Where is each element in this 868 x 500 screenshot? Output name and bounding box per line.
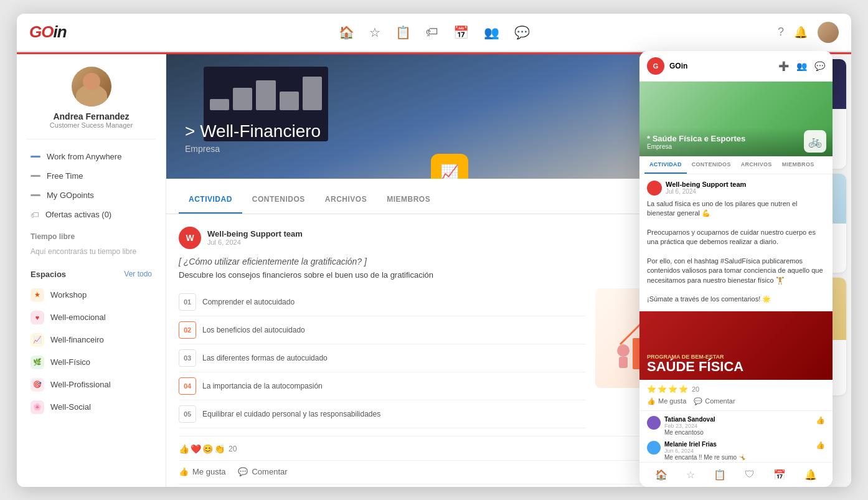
- emoji-clap: 👏: [214, 444, 225, 454]
- overlay-nav-star[interactable]: ☆: [686, 469, 695, 481]
- bell-icon[interactable]: 🔔: [794, 26, 808, 39]
- post-author-info: Well-being Support team Jul 6, 2024: [207, 229, 303, 246]
- tab-miembros[interactable]: MIEMBROS: [377, 186, 440, 214]
- overlay-tab-contenidos[interactable]: CONTENIDOS: [687, 156, 736, 174]
- overlay-tab-miembros[interactable]: MIEMBROS: [777, 156, 819, 174]
- overlay-comment-1: Tatiana Sandoval Feb 23, 2024 Me encanto…: [647, 416, 825, 436]
- overlay-nav-home[interactable]: 🏠: [655, 469, 668, 481]
- well-emocional-icon: ♥: [31, 311, 44, 324]
- sidebar-item-free-time[interactable]: Free Time: [27, 166, 156, 186]
- overlay-hero-empresa: Empresa: [647, 143, 825, 150]
- overlay-nav-calendar[interactable]: 📅: [773, 469, 786, 481]
- well-fisico-icon: 🌿: [31, 356, 44, 369]
- feed-hero-title: > Well-Financiero: [185, 121, 321, 141]
- help-icon[interactable]: ?: [778, 26, 784, 39]
- comment-icon: 💬: [238, 467, 248, 476]
- space-well-financeiro[interactable]: 📈 Well-financeiro: [27, 329, 156, 351]
- overlay-nav-shield[interactable]: 🛡: [745, 469, 755, 481]
- overlay-bottom-nav: 🏠 ☆ 📋 🛡 📅 🔔: [639, 462, 833, 487]
- space-well-social[interactable]: 🌸 Well-Social: [27, 396, 156, 418]
- profile-avatar: [72, 67, 111, 106]
- comment-label: Comentar: [252, 467, 287, 476]
- nav-tag-icon[interactable]: 🏷: [426, 25, 438, 40]
- overlay-banner-main: SAÚDE FÍSICA: [647, 360, 743, 374]
- workshop-icon: ★: [31, 288, 44, 302]
- space-well-fisico[interactable]: 🌿 Well-Físico: [27, 351, 156, 374]
- nav-people-icon[interactable]: 👥: [484, 25, 499, 40]
- overlay-reaction-row: ⭐ ⭐ ⭐ ⭐ 20: [647, 385, 825, 394]
- comment1-like-icon[interactable]: 👍: [816, 416, 825, 436]
- espacios-label: Espacios: [31, 270, 66, 279]
- overlay-action-row: 👍 Me gusta 💬 Comentar: [647, 397, 825, 405]
- ver-todo-link[interactable]: Ver todo: [124, 270, 152, 278]
- bar1: [210, 99, 229, 110]
- sidebar-item-gopoints[interactable]: My GOpoints: [27, 186, 156, 205]
- nav-dot-gray: [31, 175, 40, 177]
- sidebar-item-ofertas[interactable]: 🏷 Ofertas activas (0): [27, 205, 156, 225]
- comment1-body: Tatiana Sandoval Feb 23, 2024 Me encanto…: [664, 416, 812, 436]
- comment1-name: Tatiana Sandoval: [664, 416, 812, 423]
- overlay-banner-img: Programa de bem-estar SAÚDE FÍSICA: [639, 311, 833, 380]
- item-num-02: 02: [179, 321, 196, 339]
- overlay-comments: Tatiana Sandoval Feb 23, 2024 Me encanto…: [639, 411, 833, 462]
- nav-chat-icon[interactable]: 💬: [514, 25, 530, 40]
- list-item-1: 01 Comprender el autocuidado: [179, 288, 585, 316]
- list-item-5: 05 Equilibrar el cuidado personal y las …: [179, 400, 585, 428]
- like-action[interactable]: 👍 Me gusta: [179, 467, 225, 476]
- space-well-profissional[interactable]: 🎯 Well-Profissional: [27, 374, 156, 396]
- comment2-like-icon[interactable]: 👍: [816, 441, 825, 462]
- hero-prefix: >: [185, 121, 200, 141]
- sidebar-item-work-from-anywhere[interactable]: Work from Anywhere: [27, 147, 156, 166]
- overlay-username: GOin: [669, 62, 687, 70]
- nav-calendar-icon[interactable]: 📅: [453, 25, 469, 40]
- overlay-like-label: Me gusta: [658, 397, 686, 405]
- logo-in: in: [53, 22, 66, 41]
- overlay-people-icon[interactable]: 👥: [796, 61, 807, 71]
- sidebar-item-gp-label: My GOpoints: [47, 191, 94, 200]
- list-item-3: 03 Las diferentes formas de autocuidado: [179, 344, 585, 372]
- hero-title-text: Well-Financiero: [200, 121, 321, 141]
- post-header: W Well-being Support team Jul 6, 2024: [179, 227, 720, 249]
- overlay-post-meta: Well-being Support team Jul 6, 2024: [666, 181, 746, 195]
- space-well-fisico-label: Well-Físico: [50, 357, 90, 367]
- overlay-post-avatar: [647, 181, 662, 196]
- overlay-chat-icon[interactable]: 💬: [814, 61, 825, 71]
- overlay-add-icon[interactable]: ➕: [778, 61, 789, 71]
- comment1-text: Me encantoso: [664, 429, 812, 436]
- post-reactions: 👍 ❤️ 😊 👏 20: [179, 436, 720, 454]
- overlay-tabs: ACTIVIDAD CONTENIDOS ARCHIVOS MIEMBROS: [639, 156, 833, 174]
- nav-folder-icon[interactable]: 📋: [395, 25, 411, 40]
- overlay-tab-archivos[interactable]: ARCHIVOS: [736, 156, 777, 174]
- tab-contenidos[interactable]: CONTENIDOS: [242, 186, 315, 214]
- overlay-logo-avatar: G: [647, 57, 664, 75]
- top-nav: GOin 🏠 ☆ 📋 🏷 📅 👥 💬 ? 🔔: [17, 14, 851, 52]
- overlay-reaction-count: 20: [692, 385, 699, 393]
- space-well-emocional-label: Well-emocional: [50, 313, 106, 322]
- post-desc: Descubre los consejos financieros sobre …: [179, 270, 720, 280]
- nav-home-icon[interactable]: 🏠: [339, 25, 354, 40]
- emoji-thumbs: 👍: [179, 444, 189, 454]
- overlay-card: G GOin ➕ 👥 💬 * Saúde Física e Esportes E…: [639, 51, 833, 487]
- tab-actividad[interactable]: ACTIVIDAD: [179, 186, 242, 214]
- tab-archivos[interactable]: ARCHIVOS: [315, 186, 377, 214]
- overlay-text-3: Por ello, con el hashtag #SaludFísica pu…: [647, 257, 823, 284]
- space-workshop-label: Workshop: [50, 290, 87, 300]
- comment1-date: Feb 23, 2024: [664, 423, 812, 429]
- overlay-body: Well-being Support team Jul 6, 2024 La s…: [639, 174, 833, 462]
- space-workshop[interactable]: ★ Workshop: [27, 284, 156, 306]
- overlay-like-action[interactable]: 👍 Me gusta: [647, 397, 686, 405]
- space-well-emocional[interactable]: ♥ Well-emocional: [27, 306, 156, 329]
- spaces-header: Espacios Ver todo: [31, 270, 152, 279]
- user-avatar[interactable]: [818, 22, 839, 43]
- nav-star-icon[interactable]: ☆: [369, 25, 380, 40]
- overlay-tab-actividad[interactable]: ACTIVIDAD: [644, 156, 687, 174]
- post-question: [ ¿Cómo utilizar eficientemente la grati…: [179, 257, 720, 267]
- overlay-like-icon: 👍: [647, 397, 656, 405]
- overlay-comment-action[interactable]: 💬 Comentar: [694, 397, 735, 405]
- comment-action[interactable]: 💬 Comentar: [238, 467, 287, 476]
- reaction-emojis: 👍 ❤️ 😊 👏: [179, 444, 225, 454]
- overlay-nav-bell[interactable]: 🔔: [804, 469, 817, 481]
- well-social-icon: 🌸: [31, 400, 44, 414]
- overlay-nav-folder[interactable]: 📋: [714, 469, 726, 481]
- item-text-01: Comprender el autocuidado: [202, 298, 295, 306]
